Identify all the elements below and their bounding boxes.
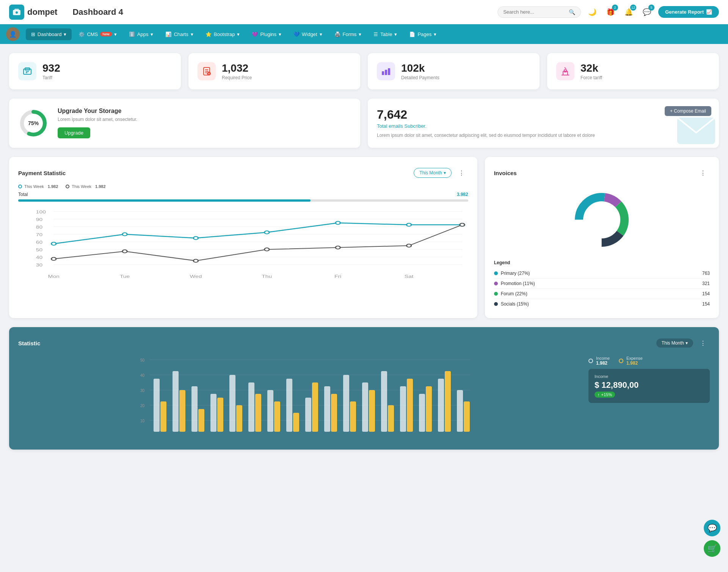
svg-rect-92 <box>324 386 330 432</box>
svg-text:+: + <box>208 72 210 75</box>
chart-icon: 📈 <box>706 9 712 15</box>
payments-info: 102k Detailed Payments <box>401 62 439 80</box>
payment-legend: This Week 1.982 This Week 1.982 <box>18 184 468 189</box>
svg-rect-82 <box>229 375 235 432</box>
income-label: Income <box>596 356 610 360</box>
svg-rect-81 <box>217 398 223 432</box>
statistic-month-label: This Month <box>662 340 684 346</box>
promotion-value: 321 <box>702 281 710 286</box>
svg-text:90: 90 <box>36 218 42 222</box>
generate-report-button[interactable]: Generate Report 📈 <box>658 6 719 18</box>
stat-card-tariff: 932 Tariff <box>9 53 181 89</box>
nav-dropdown-icon: ▾ <box>64 31 66 37</box>
svg-rect-79 <box>198 409 204 432</box>
nav-table[interactable]: ☰ Table ▾ <box>368 28 402 40</box>
legend-row-forum: Forum (22%) 154 <box>494 289 710 299</box>
legend-row-promotion: Promotion (11%) 321 <box>494 279 710 289</box>
gift-button[interactable]: 🎁 2 <box>604 5 617 19</box>
upgrade-button[interactable]: Upgrade <box>58 127 90 138</box>
statistic-legend: Income 1.982 Expense 1.982 <box>588 356 710 366</box>
svg-point-48 <box>193 259 198 262</box>
socials-color <box>494 302 498 306</box>
nav-dashboard[interactable]: ⊞ Dashboard ▾ <box>26 28 72 40</box>
logo-icon <box>9 5 24 20</box>
svg-rect-90 <box>305 398 311 432</box>
svg-point-2 <box>16 11 18 14</box>
chat-badge: 5 <box>648 5 654 11</box>
tariff-icon <box>18 62 36 80</box>
payment-line-chart: 100 90 80 70 60 50 40 30 <box>18 208 468 284</box>
svg-text:10: 10 <box>140 419 145 423</box>
income-badge: ↑ +15% <box>595 392 615 398</box>
dark-mode-button[interactable]: 🌙 <box>585 5 599 19</box>
bell-button[interactable]: 🔔 12 <box>622 5 635 19</box>
statistic-right-panel: Income 1.982 Expense 1.982 Income $ <box>588 356 710 440</box>
nav-pages[interactable]: 📄 Pages ▾ <box>404 28 442 40</box>
nav-pages-label: Pages <box>417 31 431 37</box>
svg-point-40 <box>122 233 127 236</box>
svg-point-43 <box>336 221 340 224</box>
nav-widget-label: Widget <box>302 31 317 37</box>
nav-widget[interactable]: 💙 Widget ▾ <box>288 28 327 40</box>
statistic-this-month-button[interactable]: This Month ▾ <box>656 338 693 348</box>
nav-cms[interactable]: ⚙️ CMS New ▾ <box>73 28 122 40</box>
tariff-value: 932 <box>42 62 60 74</box>
invoices-title: Invoices <box>494 170 517 176</box>
search-icon: 🔍 <box>569 9 575 15</box>
search-box[interactable]: 🔍 <box>497 6 581 18</box>
payment-statistic-card: Payment Statistic This Month ▾ ⋮ This We… <box>9 157 477 318</box>
email-background-icon <box>673 110 719 148</box>
svg-rect-87 <box>274 401 280 432</box>
logo-text: dompet <box>27 7 57 17</box>
svg-rect-77 <box>179 390 185 432</box>
svg-rect-15 <box>388 68 390 75</box>
payments-value: 102k <box>401 62 439 74</box>
dashboard-icon: ⊞ <box>31 31 35 37</box>
apps-dropdown-icon: ▾ <box>151 31 153 37</box>
svg-rect-1 <box>14 9 19 11</box>
main-content: 932 Tariff + 1,032 Required Price <box>0 44 728 459</box>
statistic-menu-button[interactable]: ⋮ <box>696 336 710 350</box>
svg-rect-91 <box>312 382 318 432</box>
svg-text:Tue: Tue <box>120 274 130 279</box>
invoices-legend: Primary (27%) 763 Promotion (11%) 321 Fo… <box>494 268 710 309</box>
invoices-menu-button[interactable]: ⋮ <box>696 166 710 180</box>
nav-forms[interactable]: 🖨️ Forms ▾ <box>329 28 367 40</box>
svg-text:Thu: Thu <box>262 274 272 279</box>
nav-apps[interactable]: ℹ️ Apps ▾ <box>124 28 159 40</box>
legend-item-1: This Week 1.982 <box>18 184 58 189</box>
total-bar <box>18 199 468 202</box>
pages-icon: 📄 <box>409 31 415 37</box>
legend-value-1: 1.982 <box>48 184 58 189</box>
forms-icon: 🖨️ <box>334 31 340 37</box>
this-month-button[interactable]: This Month ▾ <box>414 168 451 178</box>
svg-line-19 <box>565 67 566 69</box>
svg-rect-93 <box>331 394 337 432</box>
nav-bootstrap-label: Bootstrap <box>214 31 235 37</box>
svg-rect-88 <box>286 379 292 432</box>
svg-rect-97 <box>369 390 375 432</box>
svg-rect-99 <box>388 405 394 432</box>
payment-menu-button[interactable]: ⋮ <box>455 166 468 180</box>
svg-text:Wed: Wed <box>190 274 202 279</box>
logo: dompet <box>9 5 57 20</box>
svg-text:100: 100 <box>36 210 46 214</box>
promotion-label: Promotion (11%) <box>501 281 535 286</box>
plugins-icon: 💜 <box>252 31 258 37</box>
nav-plugins[interactable]: 💜 Plugins ▾ <box>246 28 287 40</box>
force-value: 32k <box>581 62 602 74</box>
svg-rect-94 <box>343 375 349 432</box>
nav-charts[interactable]: 📊 Charts ▾ <box>160 28 198 40</box>
price-label: Required Price <box>222 75 252 80</box>
svg-point-63 <box>588 207 615 233</box>
stat-card-force: 32k Force tariff <box>547 53 719 89</box>
nav-bootstrap[interactable]: ⭐ Bootstrap ▾ <box>200 28 245 40</box>
svg-text:Mon: Mon <box>48 274 59 279</box>
total-label: Total <box>18 192 28 197</box>
search-input[interactable] <box>503 9 566 15</box>
statistic-bar-chart: 50 40 30 20 10 <box>18 356 581 439</box>
svg-point-47 <box>122 250 127 253</box>
stat-card-price: + 1,032 Required Price <box>188 53 360 89</box>
page-title: Dashboard 4 <box>72 7 497 17</box>
chat-button[interactable]: 💬 5 <box>640 5 654 19</box>
